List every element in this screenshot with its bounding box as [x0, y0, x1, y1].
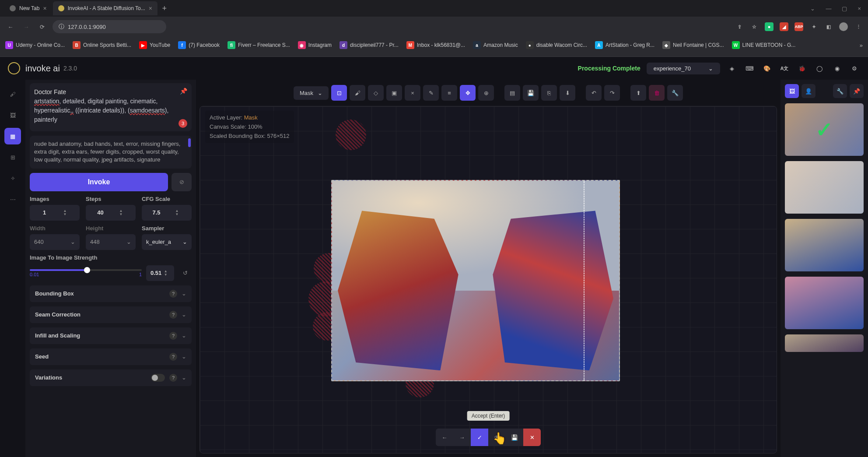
bookmark[interactable]: WLINE WEBTOON - G...	[732, 41, 796, 49]
copy-icon[interactable]: ⎘	[541, 85, 557, 101]
toggle-visibility-button[interactable]: 👁	[488, 429, 506, 446]
colorpicker-tool[interactable]: ✎	[423, 85, 439, 101]
bookmark-icon[interactable]: ☆	[750, 22, 759, 31]
github-icon[interactable]: ◯	[814, 63, 825, 74]
help-icon[interactable]: ?	[169, 353, 177, 361]
layers-icon[interactable]: ▤	[504, 85, 520, 101]
palette-icon[interactable]: 🎨	[761, 63, 773, 74]
chevron-down-icon[interactable]: ⌄	[810, 5, 815, 12]
undo-button[interactable]: ↶	[586, 85, 602, 101]
accordion-infill-scaling[interactable]: Infill and Scaling?⌄	[30, 327, 192, 344]
wrench-icon[interactable]: 🔧	[667, 85, 683, 101]
txt2img-tab[interactable]: 🖋	[4, 86, 21, 102]
help-icon[interactable]: ?	[169, 332, 177, 340]
url-input[interactable]: ⓘ 127.0.0.1:9090	[52, 20, 166, 33]
share-icon[interactable]: ⇪	[735, 22, 744, 31]
spinner-icon[interactable]: ▲▼	[167, 209, 187, 216]
bookmark[interactable]: UUdemy - Online Co...	[5, 41, 65, 49]
height-select[interactable]: 448⌄	[86, 234, 136, 250]
close-icon[interactable]: ×	[149, 5, 152, 12]
upload-button[interactable]: ⬆	[630, 85, 646, 101]
model-select[interactable]: experience_70 ⌄	[647, 63, 720, 74]
help-icon[interactable]: ?	[169, 290, 177, 298]
extension-icon[interactable]: ◢	[780, 22, 788, 31]
gallery-thumbnail[interactable]	[785, 161, 864, 214]
accept-button[interactable]: ✓	[471, 429, 488, 446]
lines-icon[interactable]: ≡	[441, 85, 457, 101]
forward-button[interactable]: →	[21, 21, 32, 32]
extension-icon[interactable]: ●	[765, 22, 774, 31]
expand-tool[interactable]: ✥	[460, 85, 476, 101]
spinner-icon[interactable]: ▲▼	[55, 209, 75, 216]
gallery-pin-icon[interactable]: 📌	[850, 84, 864, 98]
cube-icon[interactable]: ◈	[726, 63, 738, 74]
help-icon[interactable]: ?	[169, 311, 177, 319]
sidepanel-icon[interactable]: ◧	[824, 22, 833, 31]
maximize-icon[interactable]: ▢	[842, 5, 847, 12]
i2i-value-input[interactable]: 0.51▲▼	[146, 265, 174, 281]
bookmark[interactable]: fiFiverr – Freelance S...	[228, 41, 290, 49]
bookmark[interactable]: AArtStation - Greg R...	[595, 41, 654, 49]
help-icon[interactable]: ?	[169, 374, 177, 382]
extension-icon[interactable]: ABP	[794, 22, 803, 31]
gallery-thumbnail[interactable]	[785, 334, 864, 352]
gallery-results-tab[interactable]: 🖼	[785, 84, 799, 98]
nodes-tab[interactable]: ⊞	[4, 149, 21, 165]
bookmark[interactable]: ▶YouTube	[139, 41, 170, 49]
gallery-thumbnail[interactable]	[785, 219, 864, 271]
bookmark[interactable]: ●disable Wacom Circ...	[526, 41, 587, 49]
clear-tool[interactable]: ×	[405, 85, 420, 101]
canvas-viewport[interactable]: Active Layer: Mask Canvas Scale: 100% Sc…	[200, 106, 777, 453]
bug-icon[interactable]: 🐞	[796, 63, 808, 74]
canvas-tab[interactable]: ▦	[4, 128, 21, 144]
next-button[interactable]: →	[453, 429, 471, 446]
spinner-icon[interactable]: ▲▼	[161, 270, 170, 277]
keyboard-icon[interactable]: ⌨	[744, 63, 755, 74]
cancel-button[interactable]: ⊘	[172, 173, 192, 191]
menu-icon[interactable]: ⋮	[854, 22, 863, 31]
move-tool[interactable]: ⊡	[331, 85, 347, 101]
new-tab-button[interactable]: +	[158, 2, 171, 14]
discord-icon[interactable]: ◉	[831, 63, 843, 74]
steps-input[interactable]: 40▲▼	[86, 205, 136, 221]
extensions-menu-icon[interactable]: ✦	[809, 22, 818, 31]
postprocess-tab[interactable]: ✧	[4, 170, 21, 186]
slider-thumb[interactable]	[84, 267, 90, 273]
back-button[interactable]: ←	[5, 21, 16, 32]
bookmark[interactable]: BOnline Sports Betti...	[73, 41, 131, 49]
browser-tab[interactable]: InvokeAI - A Stable Diffusion To... ×	[53, 1, 158, 15]
sampler-select[interactable]: k_euler_a⌄	[142, 234, 192, 250]
cfg-input[interactable]: 7.5▲▼	[142, 205, 192, 221]
brush-tool[interactable]: 🖌	[350, 85, 365, 101]
gallery-user-tab[interactable]: 👤	[802, 84, 816, 98]
negative-prompt-input[interactable]: nude bad anatomy, bad hands, text, error…	[30, 136, 192, 169]
training-tab[interactable]: ⋯	[4, 191, 21, 207]
layer-select[interactable]: Mask⌄	[294, 86, 329, 100]
close-icon[interactable]: ×	[858, 5, 861, 12]
accordion-seed[interactable]: Seed?⌄	[30, 348, 192, 365]
language-icon[interactable]: A文	[779, 63, 790, 74]
invoke-button[interactable]: Invoke	[30, 173, 168, 191]
save-staging-button[interactable]: 💾	[506, 429, 523, 446]
gallery-thumbnail[interactable]	[785, 277, 864, 329]
width-select[interactable]: 640⌄	[30, 234, 80, 250]
accordion-variations[interactable]: Variations?⌄	[30, 369, 192, 386]
bookmark[interactable]: MInbox - klk56831@...	[406, 41, 465, 49]
spinner-icon[interactable]: ▲▼	[111, 209, 131, 216]
minimize-icon[interactable]: —	[826, 5, 831, 12]
close-icon[interactable]: ×	[43, 5, 46, 12]
browser-tab[interactable]: New Tab ×	[4, 1, 52, 15]
reset-button[interactable]: ↺	[178, 267, 192, 280]
eraser-tool[interactable]: ◇	[368, 85, 384, 101]
settings-icon[interactable]: ⚙	[849, 63, 860, 74]
bookmark[interactable]: aAmazon Music	[473, 41, 518, 49]
reload-button[interactable]: ⟳	[37, 21, 47, 32]
accordion-bounding-box[interactable]: Bounding Box?⌄	[30, 285, 192, 302]
i2i-slider[interactable]	[30, 269, 142, 271]
gallery-settings-icon[interactable]: 🔧	[833, 84, 847, 98]
accordion-seam-correction[interactable]: Seam Correction?⌄	[30, 306, 192, 323]
scrollbar[interactable]	[188, 138, 191, 147]
prompt-input[interactable]: Doctor Fate artstation, detailed, digita…	[30, 83, 192, 131]
fill-tool[interactable]: ▣	[386, 85, 402, 101]
pin-icon[interactable]: 📌	[180, 87, 187, 96]
